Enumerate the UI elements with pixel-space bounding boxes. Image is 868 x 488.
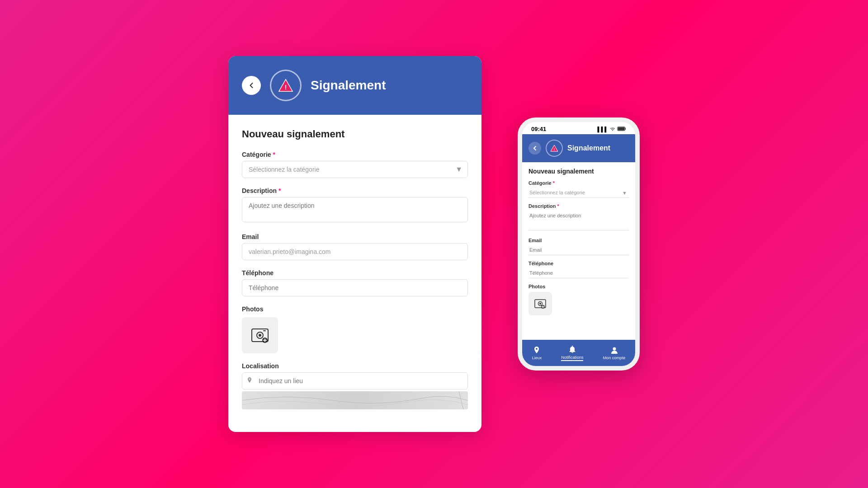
photos-group: Photos — [242, 305, 468, 353]
mobile-photo-upload-box[interactable] — [528, 292, 552, 315]
nav-lieux-label: Lieux — [532, 356, 542, 360]
mobile-photos-group: Photos — [528, 284, 629, 315]
mobile-telephone-input[interactable] — [528, 268, 629, 278]
photo-upload-box[interactable] — [242, 317, 278, 353]
map-preview — [242, 391, 468, 409]
nav-item-moncompte[interactable]: Mon compte — [603, 346, 626, 360]
email-input[interactable] — [242, 243, 468, 260]
email-group: Email — [242, 233, 468, 260]
desktop-header: ! Signalement — [228, 56, 481, 115]
signal-icon: ▌▌▌ — [598, 127, 608, 132]
header-icon-desktop: ! — [270, 70, 302, 101]
localisation-input[interactable] — [242, 372, 468, 389]
desktop-panel: ! Signalement Nouveau signalement Catégo… — [228, 56, 481, 432]
photos-label: Photos — [242, 305, 468, 313]
header-icon-phone: ! — [546, 140, 563, 157]
mobile-category-select-wrapper: Sélectionnez la catégorie ▼ — [528, 188, 629, 198]
mobile-phone: 09:41 ▌▌▌ — [518, 117, 640, 371]
svg-rect-12 — [618, 127, 625, 130]
mobile-email-input[interactable] — [528, 245, 629, 255]
mobile-description-textarea[interactable] — [528, 211, 629, 230]
status-icons: ▌▌▌ — [598, 127, 626, 132]
location-pin-icon — [246, 377, 253, 385]
header-title-desktop: Signalement — [311, 78, 386, 93]
svg-point-3 — [259, 334, 261, 337]
svg-point-16 — [539, 303, 541, 305]
telephone-label: Téléphone — [242, 269, 468, 277]
mobile-category-label: Catégorie * — [528, 180, 629, 186]
location-input-wrapper — [242, 372, 468, 389]
phone-bottom-nav: Lieux Notifications Mon compte — [522, 340, 635, 366]
telephone-group: Téléphone — [242, 269, 468, 296]
mobile-category-group: Catégorie * Sélectionnez la catégorie ▼ — [528, 180, 629, 198]
nav-moncompte-label: Mon compte — [603, 356, 626, 360]
mobile-select-arrow-icon: ▼ — [622, 190, 627, 196]
back-button-desktop[interactable] — [242, 76, 261, 95]
svg-point-20 — [536, 348, 538, 350]
mobile-category-select[interactable]: Sélectionnez la catégorie — [528, 188, 629, 198]
svg-point-22 — [613, 347, 616, 351]
mobile-description-group: Description * — [528, 203, 629, 232]
svg-line-9 — [459, 391, 463, 409]
mobile-telephone-label: Téléphone — [528, 261, 629, 266]
svg-text:!: ! — [554, 147, 555, 151]
back-button-phone[interactable] — [528, 142, 541, 155]
mobile-email-group: Email — [528, 238, 629, 255]
description-textarea[interactable] — [242, 197, 468, 222]
category-select-wrapper: Sélectionnez la catégorie ▼ — [242, 161, 468, 178]
category-group: Catégorie * Sélectionnez la catégorie ▼ — [242, 151, 468, 178]
status-time: 09:41 — [531, 126, 546, 132]
svg-text:!: ! — [284, 83, 287, 91]
localisation-group: Localisation — [242, 362, 468, 409]
nav-item-lieux[interactable]: Lieux — [532, 346, 542, 360]
battery-icon — [617, 127, 626, 132]
phone-header: ! Signalement — [522, 134, 635, 162]
email-label: Email — [242, 233, 468, 240]
desktop-section-title: Nouveau signalement — [242, 128, 468, 140]
nav-item-notifications[interactable]: Notifications — [561, 345, 583, 361]
mobile-email-label: Email — [528, 238, 629, 243]
mobile-section-title: Nouveau signalement — [528, 168, 629, 175]
nav-notifications-label: Notifications — [561, 355, 583, 361]
desktop-body: Nouveau signalement Catégorie * Sélectio… — [228, 115, 481, 432]
wifi-icon — [610, 127, 615, 132]
mobile-description-label: Description * — [528, 203, 629, 209]
category-label: Catégorie * — [242, 151, 468, 158]
category-select[interactable]: Sélectionnez la catégorie — [242, 161, 468, 178]
mobile-header-title: Signalement — [567, 144, 610, 152]
mobile-telephone-group: Téléphone — [528, 261, 629, 278]
phone-notch — [561, 122, 597, 132]
phone-body: Nouveau signalement Catégorie * Sélectio… — [522, 162, 635, 328]
localisation-label: Localisation — [242, 362, 468, 370]
svg-point-8 — [249, 379, 250, 380]
description-group: Description * — [242, 187, 468, 224]
description-label: Description * — [242, 187, 468, 194]
mobile-photos-label: Photos — [528, 284, 629, 289]
telephone-input[interactable] — [242, 279, 468, 296]
